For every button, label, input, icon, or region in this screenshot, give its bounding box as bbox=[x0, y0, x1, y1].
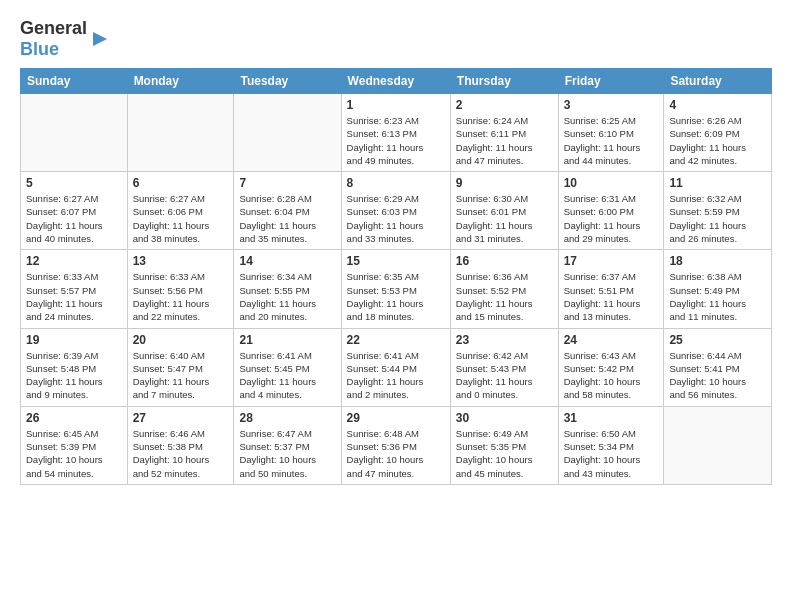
weekday-header-sunday: Sunday bbox=[21, 69, 128, 94]
calendar-cell: 30Sunrise: 6:49 AM Sunset: 5:35 PM Dayli… bbox=[450, 406, 558, 484]
svg-marker-0 bbox=[93, 32, 107, 46]
day-number: 28 bbox=[239, 411, 335, 425]
day-info: Sunrise: 6:40 AM Sunset: 5:47 PM Dayligh… bbox=[133, 349, 229, 402]
day-info: Sunrise: 6:32 AM Sunset: 5:59 PM Dayligh… bbox=[669, 192, 766, 245]
calendar-cell: 11Sunrise: 6:32 AM Sunset: 5:59 PM Dayli… bbox=[664, 172, 772, 250]
calendar-table: SundayMondayTuesdayWednesdayThursdayFrid… bbox=[20, 68, 772, 485]
calendar-cell: 17Sunrise: 6:37 AM Sunset: 5:51 PM Dayli… bbox=[558, 250, 664, 328]
weekday-header-row: SundayMondayTuesdayWednesdayThursdayFrid… bbox=[21, 69, 772, 94]
calendar-cell: 31Sunrise: 6:50 AM Sunset: 5:34 PM Dayli… bbox=[558, 406, 664, 484]
day-number: 22 bbox=[347, 333, 445, 347]
day-number: 24 bbox=[564, 333, 659, 347]
day-number: 6 bbox=[133, 176, 229, 190]
day-number: 1 bbox=[347, 98, 445, 112]
day-info: Sunrise: 6:26 AM Sunset: 6:09 PM Dayligh… bbox=[669, 114, 766, 167]
calendar-cell: 2Sunrise: 6:24 AM Sunset: 6:11 PM Daylig… bbox=[450, 94, 558, 172]
day-info: Sunrise: 6:50 AM Sunset: 5:34 PM Dayligh… bbox=[564, 427, 659, 480]
calendar-cell: 28Sunrise: 6:47 AM Sunset: 5:37 PM Dayli… bbox=[234, 406, 341, 484]
day-info: Sunrise: 6:37 AM Sunset: 5:51 PM Dayligh… bbox=[564, 270, 659, 323]
calendar-week-2: 12Sunrise: 6:33 AM Sunset: 5:57 PM Dayli… bbox=[21, 250, 772, 328]
day-info: Sunrise: 6:34 AM Sunset: 5:55 PM Dayligh… bbox=[239, 270, 335, 323]
day-info: Sunrise: 6:25 AM Sunset: 6:10 PM Dayligh… bbox=[564, 114, 659, 167]
header: General Blue bbox=[20, 18, 772, 60]
calendar-week-4: 26Sunrise: 6:45 AM Sunset: 5:39 PM Dayli… bbox=[21, 406, 772, 484]
day-info: Sunrise: 6:44 AM Sunset: 5:41 PM Dayligh… bbox=[669, 349, 766, 402]
day-number: 19 bbox=[26, 333, 122, 347]
calendar-week-0: 1Sunrise: 6:23 AM Sunset: 6:13 PM Daylig… bbox=[21, 94, 772, 172]
calendar-week-3: 19Sunrise: 6:39 AM Sunset: 5:48 PM Dayli… bbox=[21, 328, 772, 406]
day-number: 5 bbox=[26, 176, 122, 190]
day-info: Sunrise: 6:47 AM Sunset: 5:37 PM Dayligh… bbox=[239, 427, 335, 480]
day-info: Sunrise: 6:45 AM Sunset: 5:39 PM Dayligh… bbox=[26, 427, 122, 480]
day-number: 12 bbox=[26, 254, 122, 268]
calendar-cell: 29Sunrise: 6:48 AM Sunset: 5:36 PM Dayli… bbox=[341, 406, 450, 484]
day-info: Sunrise: 6:27 AM Sunset: 6:06 PM Dayligh… bbox=[133, 192, 229, 245]
calendar-cell: 15Sunrise: 6:35 AM Sunset: 5:53 PM Dayli… bbox=[341, 250, 450, 328]
day-info: Sunrise: 6:24 AM Sunset: 6:11 PM Dayligh… bbox=[456, 114, 553, 167]
day-number: 2 bbox=[456, 98, 553, 112]
day-info: Sunrise: 6:38 AM Sunset: 5:49 PM Dayligh… bbox=[669, 270, 766, 323]
day-number: 20 bbox=[133, 333, 229, 347]
day-info: Sunrise: 6:31 AM Sunset: 6:00 PM Dayligh… bbox=[564, 192, 659, 245]
day-number: 23 bbox=[456, 333, 553, 347]
calendar-cell: 24Sunrise: 6:43 AM Sunset: 5:42 PM Dayli… bbox=[558, 328, 664, 406]
day-info: Sunrise: 6:41 AM Sunset: 5:44 PM Dayligh… bbox=[347, 349, 445, 402]
weekday-header-saturday: Saturday bbox=[664, 69, 772, 94]
calendar-cell: 6Sunrise: 6:27 AM Sunset: 6:06 PM Daylig… bbox=[127, 172, 234, 250]
calendar-cell: 5Sunrise: 6:27 AM Sunset: 6:07 PM Daylig… bbox=[21, 172, 128, 250]
calendar-cell: 21Sunrise: 6:41 AM Sunset: 5:45 PM Dayli… bbox=[234, 328, 341, 406]
day-number: 30 bbox=[456, 411, 553, 425]
calendar-cell bbox=[234, 94, 341, 172]
weekday-header-thursday: Thursday bbox=[450, 69, 558, 94]
calendar-cell: 1Sunrise: 6:23 AM Sunset: 6:13 PM Daylig… bbox=[341, 94, 450, 172]
day-number: 14 bbox=[239, 254, 335, 268]
day-number: 27 bbox=[133, 411, 229, 425]
day-number: 17 bbox=[564, 254, 659, 268]
calendar-cell: 20Sunrise: 6:40 AM Sunset: 5:47 PM Dayli… bbox=[127, 328, 234, 406]
day-info: Sunrise: 6:42 AM Sunset: 5:43 PM Dayligh… bbox=[456, 349, 553, 402]
day-info: Sunrise: 6:23 AM Sunset: 6:13 PM Dayligh… bbox=[347, 114, 445, 167]
calendar-cell: 13Sunrise: 6:33 AM Sunset: 5:56 PM Dayli… bbox=[127, 250, 234, 328]
day-number: 13 bbox=[133, 254, 229, 268]
logo: General Blue bbox=[20, 18, 109, 60]
day-number: 10 bbox=[564, 176, 659, 190]
calendar-cell: 7Sunrise: 6:28 AM Sunset: 6:04 PM Daylig… bbox=[234, 172, 341, 250]
weekday-header-friday: Friday bbox=[558, 69, 664, 94]
day-info: Sunrise: 6:33 AM Sunset: 5:56 PM Dayligh… bbox=[133, 270, 229, 323]
day-info: Sunrise: 6:29 AM Sunset: 6:03 PM Dayligh… bbox=[347, 192, 445, 245]
day-number: 16 bbox=[456, 254, 553, 268]
calendar-cell: 23Sunrise: 6:42 AM Sunset: 5:43 PM Dayli… bbox=[450, 328, 558, 406]
calendar-cell bbox=[664, 406, 772, 484]
calendar-cell bbox=[127, 94, 234, 172]
day-info: Sunrise: 6:28 AM Sunset: 6:04 PM Dayligh… bbox=[239, 192, 335, 245]
calendar-cell: 14Sunrise: 6:34 AM Sunset: 5:55 PM Dayli… bbox=[234, 250, 341, 328]
day-info: Sunrise: 6:43 AM Sunset: 5:42 PM Dayligh… bbox=[564, 349, 659, 402]
day-info: Sunrise: 6:35 AM Sunset: 5:53 PM Dayligh… bbox=[347, 270, 445, 323]
day-number: 3 bbox=[564, 98, 659, 112]
day-info: Sunrise: 6:49 AM Sunset: 5:35 PM Dayligh… bbox=[456, 427, 553, 480]
weekday-header-monday: Monday bbox=[127, 69, 234, 94]
day-info: Sunrise: 6:48 AM Sunset: 5:36 PM Dayligh… bbox=[347, 427, 445, 480]
day-info: Sunrise: 6:46 AM Sunset: 5:38 PM Dayligh… bbox=[133, 427, 229, 480]
calendar-cell: 26Sunrise: 6:45 AM Sunset: 5:39 PM Dayli… bbox=[21, 406, 128, 484]
logo-text: General Blue bbox=[20, 18, 87, 60]
calendar-cell bbox=[21, 94, 128, 172]
weekday-header-tuesday: Tuesday bbox=[234, 69, 341, 94]
logo-arrow-icon bbox=[91, 30, 109, 48]
day-info: Sunrise: 6:36 AM Sunset: 5:52 PM Dayligh… bbox=[456, 270, 553, 323]
day-info: Sunrise: 6:33 AM Sunset: 5:57 PM Dayligh… bbox=[26, 270, 122, 323]
calendar-cell: 18Sunrise: 6:38 AM Sunset: 5:49 PM Dayli… bbox=[664, 250, 772, 328]
calendar-cell: 19Sunrise: 6:39 AM Sunset: 5:48 PM Dayli… bbox=[21, 328, 128, 406]
day-number: 18 bbox=[669, 254, 766, 268]
day-number: 7 bbox=[239, 176, 335, 190]
day-info: Sunrise: 6:39 AM Sunset: 5:48 PM Dayligh… bbox=[26, 349, 122, 402]
day-number: 11 bbox=[669, 176, 766, 190]
day-info: Sunrise: 6:41 AM Sunset: 5:45 PM Dayligh… bbox=[239, 349, 335, 402]
day-info: Sunrise: 6:30 AM Sunset: 6:01 PM Dayligh… bbox=[456, 192, 553, 245]
day-number: 8 bbox=[347, 176, 445, 190]
day-number: 9 bbox=[456, 176, 553, 190]
calendar-cell: 8Sunrise: 6:29 AM Sunset: 6:03 PM Daylig… bbox=[341, 172, 450, 250]
day-number: 15 bbox=[347, 254, 445, 268]
day-number: 4 bbox=[669, 98, 766, 112]
calendar-cell: 10Sunrise: 6:31 AM Sunset: 6:00 PM Dayli… bbox=[558, 172, 664, 250]
